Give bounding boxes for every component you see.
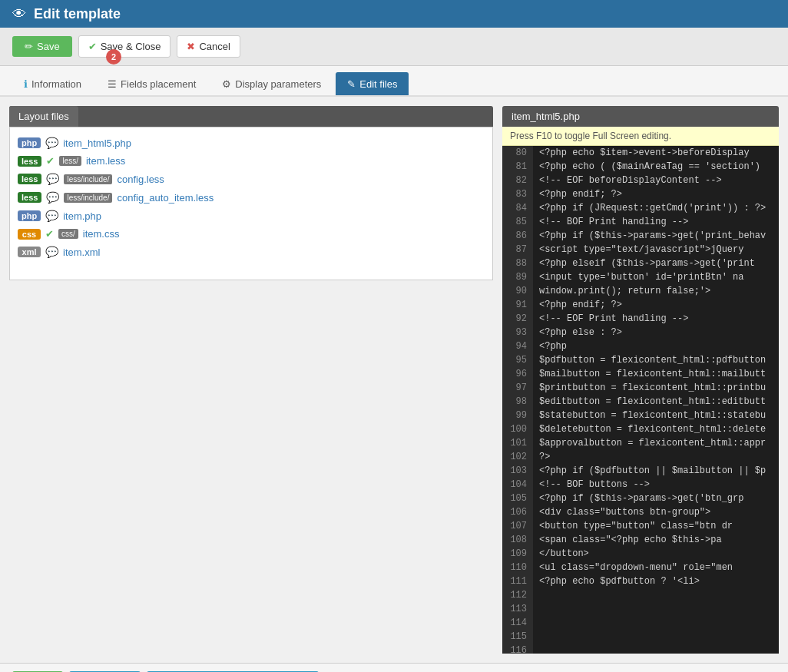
- lang-badge-xml: xml: [18, 247, 41, 257]
- code-line: <!-- BOF buttons -->: [539, 478, 766, 492]
- code-line: $deletebutton = flexicontent_html::delet…: [539, 422, 766, 436]
- line-number: 89: [508, 270, 527, 284]
- fields-icon: ☰: [108, 78, 117, 90]
- line-number: 113: [508, 602, 527, 616]
- line-number: 90: [508, 284, 527, 298]
- code-line: ?>: [539, 450, 766, 464]
- line-number: 112: [508, 588, 527, 602]
- code-line: <script type="text/javascript">jQuery: [539, 243, 766, 257]
- comment-icon: 💬: [46, 191, 59, 204]
- file-link[interactable]: item_html5.php: [63, 137, 131, 149]
- code-line: <?php if ($this->params->get('print_beha…: [539, 229, 766, 243]
- list-item[interactable]: php 💬 item_html5.php: [10, 134, 492, 152]
- folder-badge: less/: [59, 156, 81, 166]
- code-line: <div class="buttons btn-group">: [539, 505, 766, 519]
- check-icon: ✔: [45, 228, 54, 240]
- cancel-button[interactable]: ✖ Cancel: [177, 35, 240, 58]
- line-number: 85: [508, 215, 527, 229]
- toolbar-badge: 2: [106, 49, 121, 65]
- code-line: <?php echo ( ($mainAreaTag == 'section'): [539, 160, 766, 174]
- lang-badge-css: css: [18, 229, 41, 240]
- line-number: 105: [508, 492, 527, 505]
- line-number: 116: [508, 644, 527, 654]
- code-editor[interactable]: 8081828384858687888990919293949596979899…: [502, 146, 779, 654]
- list-item[interactable]: less 💬 less/include/ config.less: [10, 170, 492, 188]
- file-link[interactable]: config_auto_item.less: [117, 192, 214, 204]
- save-close-button[interactable]: ✔ Save & Close: [78, 35, 171, 58]
- line-number: 92: [508, 312, 527, 326]
- gear-icon: ⚙: [222, 78, 231, 90]
- code-line: <ul class="dropdown-menu" role="men: [539, 561, 766, 574]
- cancel-icon: ✖: [187, 41, 195, 52]
- save-button[interactable]: ✏ Save: [12, 36, 72, 57]
- code-line: <?php if ($pdfbutton || $mailbutton || $…: [539, 464, 766, 478]
- line-number: 94: [508, 339, 527, 353]
- code-line: $mailbutton = flexicontent_html::mailbut…: [539, 367, 766, 381]
- code-line: <button type="button" class="btn dr: [539, 519, 766, 533]
- line-number: 111: [508, 574, 527, 588]
- line-number: 102: [508, 450, 527, 464]
- info-icon: ℹ: [24, 78, 28, 90]
- lang-badge-php: php: [18, 210, 41, 221]
- file-link[interactable]: item.php: [63, 210, 101, 222]
- list-item[interactable]: less 💬 less/include/ config_auto_item.le…: [10, 188, 492, 207]
- code-line: <?php endif; ?>: [539, 187, 766, 201]
- line-number: 103: [508, 464, 527, 478]
- line-numbers: 8081828384858687888990919293949596979899…: [502, 146, 533, 654]
- line-number: 96: [508, 367, 527, 381]
- folder-badge: css/: [58, 229, 78, 239]
- file-link[interactable]: item.less: [86, 155, 125, 167]
- list-item[interactable]: css ✔ css/ item.css: [10, 225, 492, 243]
- code-hint: Press F10 to toggle Full Screen editing.: [502, 127, 779, 146]
- line-number: 98: [508, 395, 527, 409]
- file-list: php 💬 item_html5.php less ✔ less/ item.l…: [9, 127, 493, 280]
- list-item[interactable]: php 💬 item.php: [10, 207, 492, 225]
- code-line: <?php echo $pdfbutton ? '<li>: [539, 574, 766, 588]
- tab-edit-files[interactable]: ✎ Edit files: [336, 72, 409, 95]
- comment-icon: 💬: [45, 137, 58, 149]
- code-line: <?php endif; ?>: [539, 298, 766, 312]
- line-number: 83: [508, 187, 527, 201]
- code-line: $statebutton = flexicontent_html::stateb…: [539, 409, 766, 422]
- line-number: 86: [508, 229, 527, 243]
- code-line: <?php echo $item->event->beforeDisplay: [539, 146, 766, 160]
- lang-badge-less: less: [18, 192, 41, 203]
- line-number: 97: [508, 381, 527, 395]
- line-number: 82: [508, 174, 527, 187]
- lang-badge-php: php: [18, 137, 41, 148]
- tab-fields-placement[interactable]: ☰ Fields placement: [96, 72, 207, 95]
- header: 👁 Edit template: [0, 0, 788, 28]
- line-number: 115: [508, 630, 527, 644]
- code-line: <?php else : ?>: [539, 326, 766, 339]
- code-line: <?php: [539, 339, 766, 353]
- line-number: 104: [508, 478, 527, 492]
- line-number: 101: [508, 436, 527, 450]
- line-number: 106: [508, 505, 527, 519]
- save-icon: ✏: [25, 41, 33, 52]
- bottom-bar: 1 Save Download Load/customize system's …: [0, 663, 788, 672]
- code-line: <!-- BOF Print handling -->: [539, 215, 766, 229]
- comment-icon: 💬: [45, 246, 58, 258]
- edit-icon: ✎: [347, 78, 356, 90]
- code-line: window.print(); return false;'>: [539, 284, 766, 298]
- main-content: Layout files php 💬 item_html5.php less ✔…: [0, 97, 788, 663]
- list-item[interactable]: less ✔ less/ item.less: [10, 152, 492, 170]
- check-icon: ✔: [46, 155, 55, 167]
- line-number: 100: [508, 422, 527, 436]
- line-number: 84: [508, 201, 527, 215]
- list-item[interactable]: xml 💬 item.xml: [10, 243, 492, 261]
- line-number: 107: [508, 519, 527, 533]
- tab-information[interactable]: ℹ Information: [12, 72, 93, 95]
- line-number: 81: [508, 160, 527, 174]
- comment-icon: 💬: [45, 210, 58, 222]
- file-link[interactable]: item.xml: [63, 247, 100, 258]
- right-panel: item_html5.php Press F10 to toggle Full …: [502, 106, 779, 654]
- line-number: 80: [508, 146, 527, 160]
- code-content[interactable]: <?php echo $item->event->beforeDisplay <…: [533, 146, 772, 654]
- left-panel: Layout files php 💬 item_html5.php less ✔…: [9, 106, 493, 654]
- line-number: 95: [508, 353, 527, 367]
- file-link[interactable]: item.css: [83, 228, 120, 240]
- line-number: 93: [508, 326, 527, 339]
- tab-display-parameters[interactable]: ⚙ Display parameters: [210, 72, 333, 95]
- file-link[interactable]: config.less: [117, 174, 164, 185]
